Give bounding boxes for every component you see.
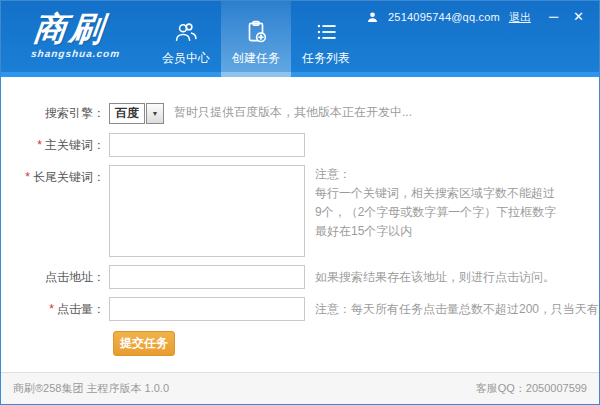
footer: 商刷®258集团 主程序版本 1.0.0 客服QQ：2050007599 bbox=[1, 372, 599, 404]
click-url-row: 点击地址： 如果搜索结果存在该地址，则进行点击访问。 bbox=[1, 265, 599, 289]
required-marker: * bbox=[37, 138, 42, 152]
user-icon bbox=[366, 11, 379, 24]
required-marker: * bbox=[25, 170, 30, 184]
click-count-note: 注意：每天所有任务点击量总数不超过200，只当天有效 bbox=[315, 297, 600, 321]
longtail-keywords-label: *长尾关键词： bbox=[1, 165, 105, 189]
main-content: 搜索引擎： 百度 ▼ 暂时只提供百度版本，其他版本正在开发中... *主关键词：… bbox=[1, 77, 599, 372]
tab-create-task[interactable]: 创建任务 bbox=[221, 1, 291, 77]
search-engine-select[interactable]: 百度 ▼ bbox=[109, 102, 164, 124]
search-engine-note: 暂时只提供百度版本，其他版本正在开发中... bbox=[174, 101, 412, 123]
longtail-keywords-textarea[interactable] bbox=[109, 165, 305, 257]
chevron-down-icon[interactable]: ▼ bbox=[146, 103, 164, 124]
click-count-row: *点击量： 注意：每天所有任务点击量总数不超过200，只当天有效 bbox=[1, 297, 599, 321]
app-window: 商刷 shangshua.com 会员中心 bbox=[0, 0, 600, 405]
search-engine-row: 搜索引擎： 百度 ▼ 暂时只提供百度版本，其他版本正在开发中... bbox=[1, 101, 599, 125]
app-logo: 商刷 shangshua.com bbox=[31, 12, 125, 59]
note-line: 每行一个关键词，相关搜索区域字数不能超过 bbox=[315, 184, 556, 203]
click-url-label: 点击地址： bbox=[1, 265, 105, 289]
longtail-keywords-note: 注意： 每行一个关键词，相关搜索区域字数不能超过 9个，（2个字母或数字算一个字… bbox=[315, 165, 556, 241]
note-line: 最好在15个字以内 bbox=[315, 222, 556, 241]
logo-title: 商刷 bbox=[32, 12, 125, 46]
submit-task-button[interactable]: 提交任务 bbox=[113, 331, 175, 356]
user-email: 2514095744@qq.com bbox=[388, 11, 500, 23]
search-engine-value: 百度 bbox=[109, 103, 145, 124]
footer-version-text: 商刷®258集团 主程序版本 1.0.0 bbox=[13, 381, 169, 396]
note-line: 注意： bbox=[315, 165, 556, 184]
note-line: 9个，（2个字母或数字算一个字）下拉框数字 bbox=[315, 203, 556, 222]
main-keyword-label: *主关键词： bbox=[1, 133, 105, 157]
submit-row: 提交任务 bbox=[113, 331, 599, 356]
logout-link[interactable]: 退出 bbox=[509, 10, 531, 25]
longtail-keywords-row: *长尾关键词： 注意： 每行一个关键词，相关搜索区域字数不能超过 9个，（2个字… bbox=[1, 165, 599, 257]
search-engine-label: 搜索引擎： bbox=[1, 101, 105, 125]
tab-label: 创建任务 bbox=[232, 50, 280, 67]
logo-subtitle: shangshua.com bbox=[31, 48, 121, 59]
close-button[interactable]: ✕ bbox=[570, 9, 587, 25]
create-task-icon bbox=[243, 19, 269, 45]
click-count-input[interactable] bbox=[109, 297, 305, 321]
tab-label: 会员中心 bbox=[162, 50, 210, 67]
minimize-button[interactable]: ─ bbox=[546, 9, 561, 25]
nav-tabs: 会员中心 创建任务 bbox=[151, 1, 361, 77]
task-list-icon bbox=[313, 19, 339, 45]
tab-member-center[interactable]: 会员中心 bbox=[151, 1, 221, 77]
click-count-label: *点击量： bbox=[1, 297, 105, 321]
footer-support-qq: 客服QQ：2050007599 bbox=[476, 381, 587, 396]
tab-label: 任务列表 bbox=[302, 50, 350, 67]
members-icon bbox=[173, 19, 199, 45]
header: 商刷 shangshua.com 会员中心 bbox=[1, 1, 599, 77]
click-url-note: 如果搜索结果存在该地址，则进行点击访问。 bbox=[315, 265, 555, 289]
user-area: 2514095744@qq.com 退出 ─ ✕ bbox=[366, 9, 587, 25]
required-marker: * bbox=[49, 302, 54, 316]
click-url-input[interactable] bbox=[109, 265, 305, 289]
main-keyword-row: *主关键词： bbox=[1, 133, 599, 157]
main-keyword-input[interactable] bbox=[109, 133, 305, 157]
tab-task-list[interactable]: 任务列表 bbox=[291, 1, 361, 77]
